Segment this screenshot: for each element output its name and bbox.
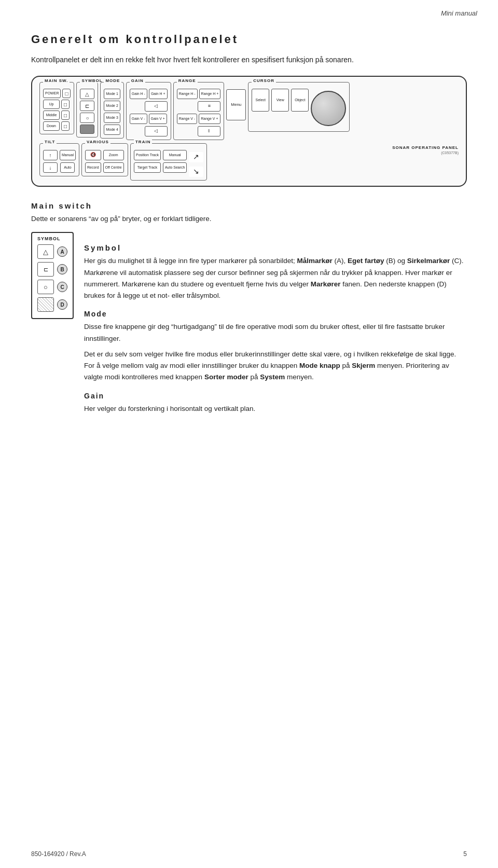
range-v-minus-btn[interactable]: Range V -	[177, 114, 198, 124]
page-footer: 850-164920 / Rev.A 5	[31, 850, 467, 858]
symbol-bold1: Målmarkør	[297, 257, 332, 265]
off-centre-btn[interactable]: Off Centre	[103, 162, 124, 173]
sym-btn-b[interactable]: ⊏	[80, 101, 94, 111]
gain-h-plus-btn[interactable]: Gain H +	[149, 89, 168, 99]
cursor-section-label: CURSOR	[252, 78, 276, 83]
mode-text1: Disse fire knappene gir deg “hurtigadgan…	[84, 321, 467, 345]
main-switch-section: Main switch Dette er sonarens “av og på”…	[31, 201, 467, 225]
header-title: Mini manual	[441, 9, 477, 17]
target-track-btn[interactable]: Target Track	[134, 162, 161, 173]
view-btn[interactable]: View	[271, 89, 289, 112]
up-btn[interactable]: Up	[43, 100, 60, 109]
auto-search-btn[interactable]: Auto Search	[163, 162, 187, 173]
mode-section-panel: MODE Mode 1 Mode 2 Mode 3 Mode 4	[100, 82, 123, 139]
symbol-row-c: ○ C	[37, 280, 67, 294]
sym-d-btn[interactable]	[37, 297, 54, 312]
sym-btn-d[interactable]	[80, 125, 94, 134]
train-arrow2: ↘	[189, 167, 203, 177]
range-v-display: ⦀	[198, 126, 220, 136]
select-btn[interactable]: Select	[252, 89, 269, 112]
symbol-section-panel: SYMBOL △ ⊏ ○	[76, 82, 98, 137]
mode-text2b: på	[340, 362, 352, 369]
gain-v-minus-btn[interactable]: Gain V -	[130, 114, 147, 124]
symbol-panel-image: SYMBOL △ A ⊏ B ○ C D	[31, 232, 74, 319]
intro-text: Kontrollpanelet er delt inn en rekke fel…	[31, 54, 467, 65]
sym-c-btn[interactable]: ○	[37, 280, 54, 294]
mode-section-label: MODE	[104, 78, 121, 83]
sym-a-btn[interactable]: △	[37, 244, 54, 259]
auto-labeled: Auto	[60, 162, 76, 173]
manual-train-btn[interactable]: Manual	[163, 150, 187, 160]
symbol-text1b: (A),	[333, 257, 348, 265]
various-section-label: VARIOUS	[85, 140, 110, 144]
mode3-btn[interactable]: Mode 3	[104, 113, 120, 123]
position-track-btn[interactable]: Position Track	[134, 150, 161, 160]
sonar-panel-label: SONAR OPERATING PANEL	[392, 145, 459, 150]
gain-text: Her velger du forsterkning i horisontalt…	[84, 403, 467, 415]
gain-v-plus-btn[interactable]: Gain V +	[149, 114, 167, 124]
panel-code: (C05377B)	[441, 151, 459, 155]
symbol-layout: SYMBOL △ A ⊏ B ○ C D	[31, 232, 467, 419]
power-btn[interactable]: POWER	[43, 89, 61, 98]
range-h-plus-btn[interactable]: Range H +	[199, 89, 221, 99]
mute-btn[interactable]: 🔇	[85, 150, 101, 160]
mode-text2d: på	[248, 373, 260, 381]
page-title: Generelt om kontrollpanelet	[31, 33, 467, 46]
cursor-knob[interactable]	[311, 91, 346, 126]
range-h-display: ≡	[198, 101, 220, 112]
mode1-btn[interactable]: Mode 1	[104, 89, 120, 99]
main-sw-label: MAIN SW.	[43, 78, 70, 83]
mode-bold4: System	[260, 373, 285, 381]
zoom-btn[interactable]: Zoom	[103, 150, 124, 160]
mode4-btn[interactable]: Mode 4	[104, 125, 120, 135]
symbol-panel-image-label: SYMBOL	[37, 236, 67, 241]
manual-tilt-btn[interactable]: Manual	[60, 150, 76, 160]
mode-text2: Det er du selv som velger hvilke fire mo…	[84, 349, 467, 383]
range-section-panel: RANGE Range H - Range H + ≡ Range V - Ra…	[173, 82, 225, 140]
mode-bold3: Sorter moder	[204, 373, 248, 381]
control-panel: MAIN SW. POWER □ Up □ Middle □	[31, 76, 467, 187]
down-btn[interactable]: Down	[43, 121, 60, 131]
tilt-up-btn[interactable]: ↑	[43, 150, 58, 160]
sym-d-label: D	[57, 299, 67, 310]
gain-h-minus-btn[interactable]: Gain H -	[130, 89, 147, 99]
down-indicator: □	[61, 121, 70, 131]
sym-b-btn[interactable]: ⊏	[37, 262, 54, 277]
range-v-plus-btn[interactable]: Range V +	[199, 114, 220, 124]
symbol-text1: Her gis du mulighet til å legge inn fire…	[84, 257, 297, 265]
sym-btn-a[interactable]: △	[80, 89, 94, 99]
footer-left: 850-164920 / Rev.A	[31, 850, 86, 858]
tilt-section-panel: TILT ↑ ↓ Manual Auto	[39, 143, 79, 176]
train-section-panel: TRAIN Position Track Target Track Manual…	[130, 143, 208, 181]
mode2-btn[interactable]: Mode 2	[104, 101, 120, 111]
symbol-body: Her gis du mulighet til å legge inn fire…	[84, 255, 467, 301]
tilt-down-btn[interactable]: ↓	[43, 162, 58, 173]
symbol-bold4: Markører	[311, 280, 341, 288]
main-switch-heading: Main switch	[31, 201, 467, 210]
middle-indicator: □	[61, 111, 70, 120]
gain-h-display: ◁	[145, 101, 168, 112]
cursor-section-panel: CURSOR Select View Object	[248, 82, 350, 132]
range-section-label: RANGE	[177, 78, 198, 83]
gain-v-display: ◁	[145, 126, 168, 136]
mode-heading: Mode	[84, 310, 467, 318]
object-btn[interactable]: Object	[291, 89, 309, 112]
gain-section-panel: GAIN Gain H - Gain H + ◁ Gain V - Gain V…	[126, 82, 171, 140]
gain-heading: Gain	[84, 392, 467, 400]
range-h-minus-btn[interactable]: Range H -	[177, 89, 198, 99]
symbol-row-a: △ A	[37, 244, 67, 259]
menu-btn[interactable]: Menu	[226, 89, 246, 120]
main-sw-section: MAIN SW. POWER □ Up □ Middle □	[39, 82, 74, 134]
manual-tilt-labeled: Manual	[60, 150, 76, 160]
sym-btn-c[interactable]: ○	[80, 113, 94, 123]
page-header: Mini manual	[0, 0, 498, 17]
middle-btn[interactable]: Middle	[43, 111, 60, 120]
train-arrow1: ↗	[189, 152, 203, 162]
mode-text2e: menyen.	[285, 373, 314, 381]
symbol-text-content: Symbol Her gis du mulighet til å legge i…	[84, 232, 467, 419]
main-switch-text: Dette er sonarens “av og på” bryter, og …	[31, 213, 467, 225]
mode-bold1: Mode knapp	[299, 362, 340, 369]
symbol-heading: Symbol	[84, 243, 467, 252]
auto-btn[interactable]: Auto	[60, 162, 75, 173]
record-btn[interactable]: Record	[85, 162, 101, 173]
